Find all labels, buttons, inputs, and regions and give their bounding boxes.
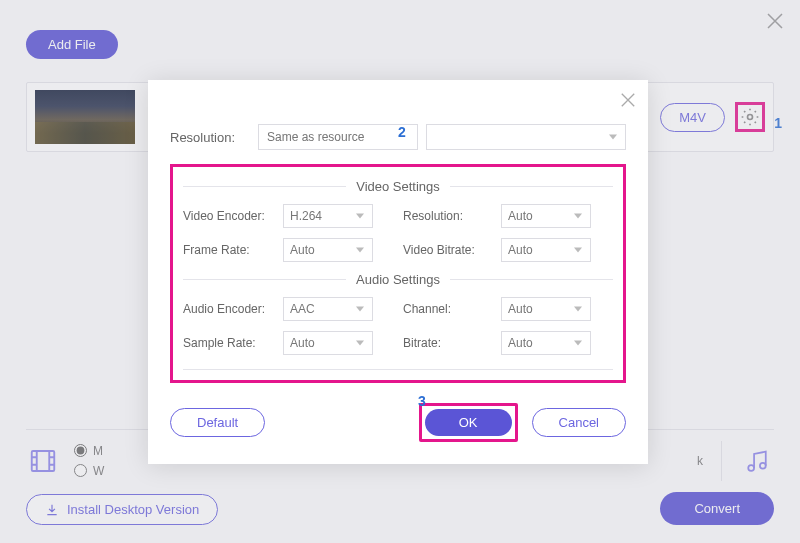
video-bitrate-select[interactable]: Auto <box>501 238 591 262</box>
chevron-down-icon <box>356 248 364 253</box>
highlight-box-3: OK <box>419 403 518 442</box>
channel-select[interactable]: Auto <box>501 297 591 321</box>
video-encoder-label: Video Encoder: <box>183 209 283 223</box>
video-encoder-select[interactable]: H.264 <box>283 204 373 228</box>
audio-bitrate-label: Bitrate: <box>403 336 501 350</box>
divider <box>450 279 613 280</box>
divider <box>183 279 346 280</box>
audio-encoder-select[interactable]: AAC <box>283 297 373 321</box>
chevron-down-icon <box>356 307 364 312</box>
default-button[interactable]: Default <box>170 408 265 437</box>
sample-rate-select[interactable]: Auto <box>283 331 373 355</box>
frame-rate-label: Frame Rate: <box>183 243 283 257</box>
dialog-close-icon[interactable] <box>620 90 636 113</box>
chevron-down-icon <box>574 248 582 253</box>
chevron-down-icon <box>356 214 364 219</box>
audio-bitrate-select[interactable]: Auto <box>501 331 591 355</box>
divider <box>183 369 613 370</box>
chevron-down-icon <box>574 214 582 219</box>
chevron-down-icon <box>609 135 617 140</box>
annotation-2: 2 <box>398 124 406 140</box>
chevron-down-icon <box>356 341 364 346</box>
cancel-button[interactable]: Cancel <box>532 408 626 437</box>
resolution-label: Resolution: <box>170 130 250 145</box>
chevron-down-icon <box>574 307 582 312</box>
sample-rate-label: Sample Rate: <box>183 336 283 350</box>
frame-rate-select[interactable]: Auto <box>283 238 373 262</box>
divider <box>183 186 346 187</box>
ok-button[interactable]: OK <box>425 409 512 436</box>
audio-encoder-label: Audio Encoder: <box>183 302 283 316</box>
divider <box>450 186 613 187</box>
preset-select[interactable] <box>426 124 626 150</box>
resolution-select[interactable]: Same as resource <box>258 124 418 150</box>
annotation-3: 3 <box>418 393 426 409</box>
video-resolution-select[interactable]: Auto <box>501 204 591 228</box>
resolution2-label: Resolution: <box>403 209 501 223</box>
channel-label: Channel: <box>403 302 501 316</box>
audio-settings-heading: Audio Settings <box>356 272 440 287</box>
video-settings-heading: Video Settings <box>356 179 440 194</box>
video-bitrate-label: Video Bitrate: <box>403 243 501 257</box>
chevron-down-icon <box>574 341 582 346</box>
resolution-value: Same as resource <box>267 130 364 144</box>
highlight-box-2: Video Settings Video Encoder: H.264 Reso… <box>170 164 626 383</box>
